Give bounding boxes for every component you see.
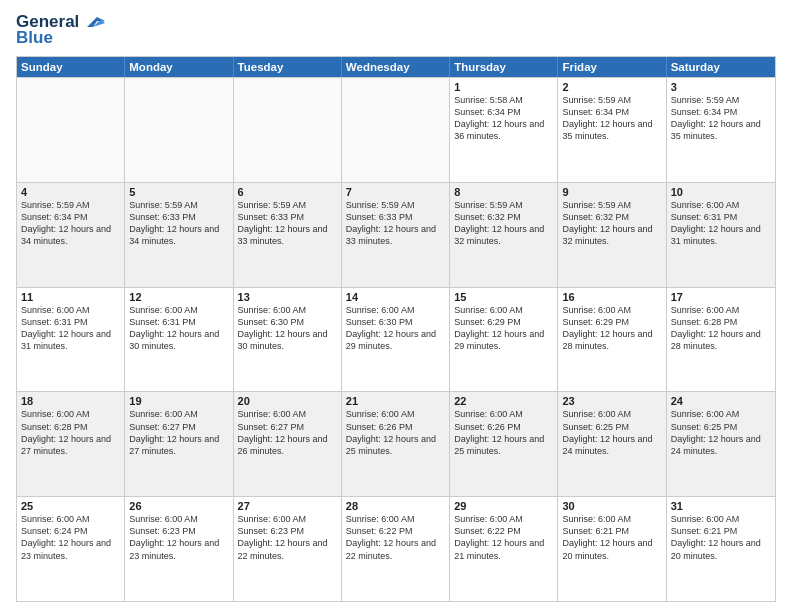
day-number: 12 bbox=[129, 291, 228, 303]
logo: General Blue bbox=[16, 12, 105, 48]
day-info: Sunrise: 6:00 AM Sunset: 6:30 PM Dayligh… bbox=[346, 304, 445, 353]
day-number: 10 bbox=[671, 186, 771, 198]
day-info: Sunrise: 6:00 AM Sunset: 6:31 PM Dayligh… bbox=[21, 304, 120, 353]
day-number: 24 bbox=[671, 395, 771, 407]
day-cell: 12Sunrise: 6:00 AM Sunset: 6:31 PM Dayli… bbox=[125, 288, 233, 392]
week-row-4: 18Sunrise: 6:00 AM Sunset: 6:28 PM Dayli… bbox=[17, 391, 775, 496]
day-cell: 15Sunrise: 6:00 AM Sunset: 6:29 PM Dayli… bbox=[450, 288, 558, 392]
day-cell bbox=[234, 78, 342, 182]
day-number: 9 bbox=[562, 186, 661, 198]
day-number: 11 bbox=[21, 291, 120, 303]
day-cell bbox=[125, 78, 233, 182]
day-info: Sunrise: 6:00 AM Sunset: 6:25 PM Dayligh… bbox=[562, 408, 661, 457]
day-info: Sunrise: 5:59 AM Sunset: 6:33 PM Dayligh… bbox=[346, 199, 445, 248]
day-cell: 24Sunrise: 6:00 AM Sunset: 6:25 PM Dayli… bbox=[667, 392, 775, 496]
day-number: 1 bbox=[454, 81, 553, 93]
day-number: 14 bbox=[346, 291, 445, 303]
header-cell-monday: Monday bbox=[125, 57, 233, 77]
day-number: 22 bbox=[454, 395, 553, 407]
day-number: 3 bbox=[671, 81, 771, 93]
day-cell: 11Sunrise: 6:00 AM Sunset: 6:31 PM Dayli… bbox=[17, 288, 125, 392]
day-info: Sunrise: 6:00 AM Sunset: 6:30 PM Dayligh… bbox=[238, 304, 337, 353]
header-cell-wednesday: Wednesday bbox=[342, 57, 450, 77]
day-info: Sunrise: 6:00 AM Sunset: 6:21 PM Dayligh… bbox=[671, 513, 771, 562]
day-number: 27 bbox=[238, 500, 337, 512]
week-row-5: 25Sunrise: 6:00 AM Sunset: 6:24 PM Dayli… bbox=[17, 496, 775, 601]
day-info: Sunrise: 5:59 AM Sunset: 6:32 PM Dayligh… bbox=[454, 199, 553, 248]
day-cell bbox=[17, 78, 125, 182]
day-info: Sunrise: 6:00 AM Sunset: 6:27 PM Dayligh… bbox=[129, 408, 228, 457]
day-info: Sunrise: 6:00 AM Sunset: 6:22 PM Dayligh… bbox=[346, 513, 445, 562]
day-cell: 20Sunrise: 6:00 AM Sunset: 6:27 PM Dayli… bbox=[234, 392, 342, 496]
week-row-1: 1Sunrise: 5:58 AM Sunset: 6:34 PM Daylig… bbox=[17, 77, 775, 182]
day-cell: 29Sunrise: 6:00 AM Sunset: 6:22 PM Dayli… bbox=[450, 497, 558, 601]
day-number: 8 bbox=[454, 186, 553, 198]
day-cell: 3Sunrise: 5:59 AM Sunset: 6:34 PM Daylig… bbox=[667, 78, 775, 182]
day-info: Sunrise: 6:00 AM Sunset: 6:24 PM Dayligh… bbox=[21, 513, 120, 562]
day-cell: 13Sunrise: 6:00 AM Sunset: 6:30 PM Dayli… bbox=[234, 288, 342, 392]
day-cell: 9Sunrise: 5:59 AM Sunset: 6:32 PM Daylig… bbox=[558, 183, 666, 287]
day-info: Sunrise: 5:59 AM Sunset: 6:34 PM Dayligh… bbox=[562, 94, 661, 143]
day-number: 16 bbox=[562, 291, 661, 303]
day-number: 18 bbox=[21, 395, 120, 407]
day-cell: 1Sunrise: 5:58 AM Sunset: 6:34 PM Daylig… bbox=[450, 78, 558, 182]
week-row-2: 4Sunrise: 5:59 AM Sunset: 6:34 PM Daylig… bbox=[17, 182, 775, 287]
day-cell: 10Sunrise: 6:00 AM Sunset: 6:31 PM Dayli… bbox=[667, 183, 775, 287]
calendar-body: 1Sunrise: 5:58 AM Sunset: 6:34 PM Daylig… bbox=[17, 77, 775, 601]
day-number: 20 bbox=[238, 395, 337, 407]
day-cell: 8Sunrise: 5:59 AM Sunset: 6:32 PM Daylig… bbox=[450, 183, 558, 287]
week-row-3: 11Sunrise: 6:00 AM Sunset: 6:31 PM Dayli… bbox=[17, 287, 775, 392]
day-cell: 4Sunrise: 5:59 AM Sunset: 6:34 PM Daylig… bbox=[17, 183, 125, 287]
day-info: Sunrise: 5:59 AM Sunset: 6:34 PM Dayligh… bbox=[21, 199, 120, 248]
calendar: SundayMondayTuesdayWednesdayThursdayFrid… bbox=[16, 56, 776, 602]
day-info: Sunrise: 6:00 AM Sunset: 6:27 PM Dayligh… bbox=[238, 408, 337, 457]
day-cell: 2Sunrise: 5:59 AM Sunset: 6:34 PM Daylig… bbox=[558, 78, 666, 182]
day-cell: 7Sunrise: 5:59 AM Sunset: 6:33 PM Daylig… bbox=[342, 183, 450, 287]
header-cell-friday: Friday bbox=[558, 57, 666, 77]
day-cell: 5Sunrise: 5:59 AM Sunset: 6:33 PM Daylig… bbox=[125, 183, 233, 287]
day-cell: 26Sunrise: 6:00 AM Sunset: 6:23 PM Dayli… bbox=[125, 497, 233, 601]
day-info: Sunrise: 5:59 AM Sunset: 6:33 PM Dayligh… bbox=[129, 199, 228, 248]
day-cell: 6Sunrise: 5:59 AM Sunset: 6:33 PM Daylig… bbox=[234, 183, 342, 287]
day-cell: 30Sunrise: 6:00 AM Sunset: 6:21 PM Dayli… bbox=[558, 497, 666, 601]
day-number: 2 bbox=[562, 81, 661, 93]
day-info: Sunrise: 6:00 AM Sunset: 6:21 PM Dayligh… bbox=[562, 513, 661, 562]
day-cell: 16Sunrise: 6:00 AM Sunset: 6:29 PM Dayli… bbox=[558, 288, 666, 392]
day-number: 30 bbox=[562, 500, 661, 512]
day-info: Sunrise: 5:59 AM Sunset: 6:33 PM Dayligh… bbox=[238, 199, 337, 248]
day-info: Sunrise: 6:00 AM Sunset: 6:28 PM Dayligh… bbox=[21, 408, 120, 457]
header-cell-sunday: Sunday bbox=[17, 57, 125, 77]
header-cell-tuesday: Tuesday bbox=[234, 57, 342, 77]
calendar-header: SundayMondayTuesdayWednesdayThursdayFrid… bbox=[17, 57, 775, 77]
day-number: 23 bbox=[562, 395, 661, 407]
day-cell: 14Sunrise: 6:00 AM Sunset: 6:30 PM Dayli… bbox=[342, 288, 450, 392]
day-cell: 18Sunrise: 6:00 AM Sunset: 6:28 PM Dayli… bbox=[17, 392, 125, 496]
day-number: 4 bbox=[21, 186, 120, 198]
day-number: 28 bbox=[346, 500, 445, 512]
day-cell bbox=[342, 78, 450, 182]
day-info: Sunrise: 6:00 AM Sunset: 6:29 PM Dayligh… bbox=[454, 304, 553, 353]
day-number: 21 bbox=[346, 395, 445, 407]
day-number: 15 bbox=[454, 291, 553, 303]
day-info: Sunrise: 6:00 AM Sunset: 6:23 PM Dayligh… bbox=[238, 513, 337, 562]
day-number: 26 bbox=[129, 500, 228, 512]
day-number: 13 bbox=[238, 291, 337, 303]
day-cell: 28Sunrise: 6:00 AM Sunset: 6:22 PM Dayli… bbox=[342, 497, 450, 601]
day-cell: 17Sunrise: 6:00 AM Sunset: 6:28 PM Dayli… bbox=[667, 288, 775, 392]
day-info: Sunrise: 6:00 AM Sunset: 6:22 PM Dayligh… bbox=[454, 513, 553, 562]
day-cell: 27Sunrise: 6:00 AM Sunset: 6:23 PM Dayli… bbox=[234, 497, 342, 601]
header-cell-saturday: Saturday bbox=[667, 57, 775, 77]
day-number: 17 bbox=[671, 291, 771, 303]
day-info: Sunrise: 6:00 AM Sunset: 6:31 PM Dayligh… bbox=[671, 199, 771, 248]
day-info: Sunrise: 6:00 AM Sunset: 6:25 PM Dayligh… bbox=[671, 408, 771, 457]
day-info: Sunrise: 5:59 AM Sunset: 6:32 PM Dayligh… bbox=[562, 199, 661, 248]
header: General Blue bbox=[16, 12, 776, 48]
day-cell: 19Sunrise: 6:00 AM Sunset: 6:27 PM Dayli… bbox=[125, 392, 233, 496]
day-info: Sunrise: 6:00 AM Sunset: 6:26 PM Dayligh… bbox=[346, 408, 445, 457]
day-number: 6 bbox=[238, 186, 337, 198]
day-number: 29 bbox=[454, 500, 553, 512]
day-cell: 25Sunrise: 6:00 AM Sunset: 6:24 PM Dayli… bbox=[17, 497, 125, 601]
day-cell: 21Sunrise: 6:00 AM Sunset: 6:26 PM Dayli… bbox=[342, 392, 450, 496]
page: General Blue SundayMondayTuesdayWednesda… bbox=[0, 0, 792, 612]
day-info: Sunrise: 6:00 AM Sunset: 6:31 PM Dayligh… bbox=[129, 304, 228, 353]
